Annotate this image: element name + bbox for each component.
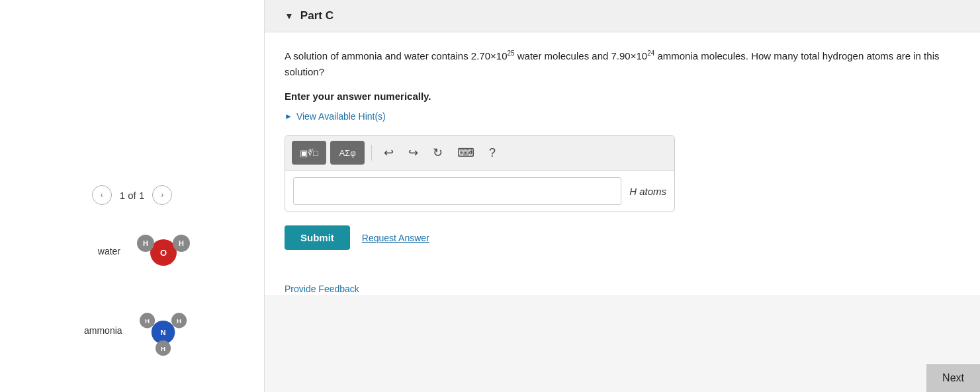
pagination-label: 1 of 1 <box>120 190 145 201</box>
water-molecule-diagram: O H H <box>134 225 193 278</box>
keyboard-icon: ⌨ <box>457 146 474 159</box>
greek-symbols-button[interactable]: ΑΣφ <box>330 141 365 165</box>
redo-button[interactable]: ↪ <box>403 143 423 163</box>
math-icon: ▣∜□ <box>300 148 318 158</box>
water-molecule-item: water O H H <box>84 225 193 278</box>
next-page-button[interactable]: › <box>152 185 172 205</box>
svg-text:H: H <box>143 239 148 247</box>
greek-icon: ΑΣφ <box>339 148 355 158</box>
ammonia-molecule-item: ammonia N H H H <box>84 304 193 357</box>
hint-link-label: View Available Hint(s) <box>296 111 386 122</box>
redo-icon: ↪ <box>408 146 418 159</box>
question-text: A solution of ammonia and water contains… <box>285 48 960 80</box>
math-input-container: ▣∜□ ΑΣφ ↩ ↪ ↻ ⌨ ? <box>285 135 675 212</box>
hint-arrow-icon: ► <box>285 112 292 121</box>
sidebar: ‹ 1 of 1 › water O H H ammonia <box>0 0 265 392</box>
answer-input-row: H atoms <box>285 171 674 212</box>
math-template-button[interactable]: ▣∜□ <box>292 141 326 165</box>
help-icon: ? <box>489 146 496 159</box>
part-title: Part C <box>300 9 334 22</box>
enter-answer-instruction: Enter your answer numerically. <box>285 91 960 102</box>
collapse-arrow-icon[interactable]: ▼ <box>285 11 294 21</box>
svg-text:N: N <box>160 329 165 336</box>
math-toolbar: ▣∜□ ΑΣφ ↩ ↪ ↻ ⌨ ? <box>285 136 674 171</box>
keyboard-button[interactable]: ⌨ <box>452 143 480 163</box>
answer-input[interactable] <box>293 177 621 205</box>
submit-button[interactable]: Submit <box>285 225 350 250</box>
request-answer-link[interactable]: Request Answer <box>362 233 429 243</box>
action-row: Submit Request Answer <box>285 225 960 250</box>
svg-text:O: O <box>160 248 167 258</box>
ammonia-label: ammonia <box>84 325 120 336</box>
molecule-section: water O H H ammonia <box>0 225 264 357</box>
svg-text:H: H <box>161 345 165 352</box>
reset-button[interactable]: ↻ <box>427 143 448 163</box>
svg-text:H: H <box>145 317 150 325</box>
provide-feedback-link[interactable]: Provide Feedback <box>285 284 359 294</box>
ammonia-molecule-diagram: N H H H <box>134 304 193 357</box>
help-button[interactable]: ? <box>484 143 501 163</box>
pagination: ‹ 1 of 1 › <box>92 185 173 205</box>
next-button[interactable]: Next <box>926 364 980 392</box>
main-content: ▼ Part C A solution of ammonia and water… <box>265 0 980 392</box>
reset-icon: ↻ <box>433 146 443 159</box>
unit-label: H atoms <box>629 186 666 197</box>
undo-icon: ↩ <box>384 146 394 159</box>
svg-text:H: H <box>179 239 184 247</box>
prev-page-button[interactable]: ‹ <box>92 185 112 205</box>
water-label: water <box>84 246 120 256</box>
hint-link[interactable]: ► View Available Hint(s) <box>285 111 960 122</box>
toolbar-separator <box>371 145 372 161</box>
feedback-section: Provide Feedback <box>265 283 980 295</box>
part-header: ▼ Part C <box>265 0 980 32</box>
question-body: A solution of ammonia and water contains… <box>265 32 980 283</box>
svg-text:H: H <box>177 317 181 325</box>
undo-button[interactable]: ↩ <box>379 143 399 163</box>
